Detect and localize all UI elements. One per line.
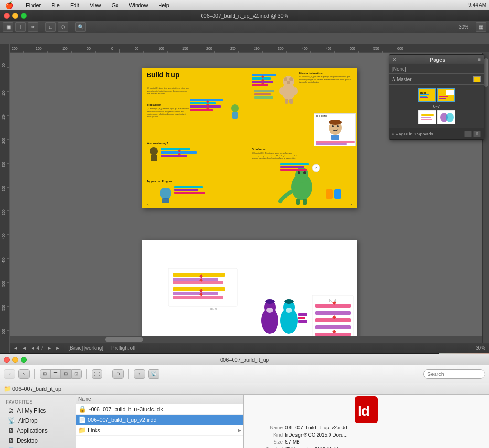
finder-titlebar: 006–007_build_it_up	[0, 354, 489, 365]
toolbar-btn-2[interactable]: T	[15, 22, 26, 32]
view-arrange-btn[interactable]: ⋮⋮	[92, 369, 102, 379]
master-swatch	[473, 76, 481, 82]
disclosure-arrow: ▶	[238, 428, 241, 433]
close-button[interactable]	[4, 13, 10, 19]
sidebar-item-desktop[interactable]: 🖥 Desktop	[2, 436, 74, 446]
page-nav-btn-last[interactable]: ►	[55, 345, 60, 351]
toolbar-btn-4[interactable]: □	[45, 22, 56, 32]
maximize-button[interactable]	[21, 13, 27, 19]
svg-text:100: 100	[2, 90, 5, 96]
sidebar-item-documents[interactable]: 📄 Documents	[2, 446, 74, 448]
svg-point-83	[289, 77, 293, 81]
toolbar-btn-1[interactable]: ▣	[3, 22, 13, 32]
toolbar-btn-5[interactable]: ⬡	[58, 22, 68, 32]
svg-text:500: 500	[2, 281, 5, 287]
menu-view[interactable]: View	[87, 1, 104, 9]
svg-text:100: 100	[62, 47, 68, 50]
sidebar-label-airdrop: AirDrop	[18, 417, 38, 424]
panel-a-master[interactable]: A-Master	[389, 75, 484, 83]
svg-text:350: 350	[278, 47, 284, 50]
page-nav-btn-first[interactable]: ◄	[13, 345, 18, 351]
svg-text:200: 200	[2, 138, 5, 144]
finder-minimize[interactable]	[12, 357, 18, 363]
sidebar-item-all-files[interactable]: 🗂 All My Files	[2, 406, 74, 416]
finder-back-btn[interactable]: ‹	[4, 369, 15, 379]
view-cover-btn[interactable]: ⊡	[71, 369, 82, 379]
scrollbar-thumb-horizontal[interactable]	[105, 337, 143, 342]
apple-menu[interactable]: 🍎	[3, 0, 16, 10]
svg-rect-160	[439, 96, 448, 97]
panel-delete-btn[interactable]: 🗑	[473, 131, 481, 137]
toolbar-btn-grid[interactable]: ▦	[476, 22, 486, 32]
pages-panel-close[interactable]: ✕	[392, 56, 397, 63]
indd-file-icon: 📄	[78, 416, 86, 423]
sidebar-item-applications[interactable]: 🖥 Applications	[2, 426, 74, 436]
menu-edit[interactable]: Edit	[68, 1, 82, 9]
menu-file[interactable]: File	[49, 1, 62, 9]
page-thumb-7[interactable]	[437, 88, 455, 102]
forward-chevron-icon: ›	[23, 371, 25, 377]
finder-close[interactable]	[4, 357, 10, 363]
pages-panel-menu[interactable]: ≡	[478, 57, 481, 62]
svg-text:[pg. n]: [pg. n]	[210, 307, 217, 310]
svg-text:450: 450	[326, 47, 331, 50]
scrollbar-thumb-vertical[interactable]	[484, 58, 488, 87]
file-icon-area: Id	[249, 398, 483, 421]
menu-window[interactable]: Window	[127, 1, 150, 9]
page-nav-btn-next[interactable]: ►	[47, 345, 52, 351]
finder-maximize[interactable]	[21, 357, 27, 363]
horizontal-scrollbar[interactable]	[10, 336, 482, 343]
svg-rect-165	[421, 119, 432, 120]
svg-text:150: 150	[182, 47, 188, 50]
info-kind-row: Kind InDesign® CC 2015.0 Docu...	[249, 432, 483, 438]
indesign-title: 006–007_build_it_up_v2.indd @ 30%	[201, 13, 288, 19]
share-btn[interactable]: ↑	[134, 369, 145, 379]
toolbar-btn-3[interactable]: ✏	[28, 22, 38, 32]
menu-finder[interactable]: Finder	[23, 1, 43, 9]
page-nav-btn-prev[interactable]: ◄	[22, 345, 27, 351]
toolbar-btn-zoom[interactable]: 🔍	[75, 22, 86, 32]
sidebar-item-airdrop[interactable]: 📡 AirDrop	[2, 416, 74, 426]
menu-go[interactable]: Go	[109, 1, 121, 9]
svg-point-137	[284, 299, 294, 304]
finder-search-input[interactable]	[423, 369, 485, 379]
minimize-button[interactable]	[12, 13, 18, 19]
svg-rect-96	[254, 90, 274, 92]
svg-rect-125	[173, 287, 225, 291]
indesign-toolbar: ▣ T ✏ □ ⬡ 🔍 30% ▦	[0, 21, 489, 33]
svg-rect-126	[173, 292, 218, 295]
back-chevron-icon: ‹	[9, 371, 11, 377]
file-row-indd[interactable]: 📄 006–007_build_it_up_v2.indd	[76, 415, 243, 425]
file-row-lock[interactable]: 🔒 ~006–007_build_it_u~3tucfc.idlk	[76, 404, 243, 415]
page-thumb-8[interactable]	[418, 110, 436, 124]
svg-rect-115	[280, 166, 304, 168]
zoom-status: 30%	[476, 345, 485, 351]
view-icon-btn[interactable]: ⊞	[40, 369, 50, 379]
page-thumb-6[interactable]: Build	[418, 88, 436, 102]
svg-point-100	[332, 125, 334, 127]
file-large-icon: Id	[355, 398, 378, 421]
view-column-btn[interactable]: ⊟	[61, 369, 71, 379]
svg-point-101	[337, 125, 339, 127]
spread-67-label: 6–7	[391, 104, 482, 109]
svg-text:600: 600	[2, 329, 5, 334]
svg-rect-59	[190, 99, 223, 101]
airdrop-btn[interactable]: 📡	[148, 369, 159, 379]
view-list-btn[interactable]: ☰	[50, 369, 61, 379]
menu-help[interactable]: Help	[156, 1, 171, 9]
svg-text:200: 200	[12, 47, 18, 50]
toolbar-sep-1	[34, 369, 35, 379]
action-btn[interactable]: ⚙	[112, 369, 124, 379]
sidebar-section-favorites: FAVORITES	[0, 397, 76, 406]
file-row-links[interactable]: 📁 Links ▶	[76, 425, 243, 436]
svg-text:0: 0	[111, 47, 113, 50]
svg-rect-88	[289, 99, 293, 104]
path-folder-item[interactable]: 📁 006–007_build_it_up	[4, 385, 61, 392]
panel-new-page-btn[interactable]: +	[464, 131, 472, 137]
svg-rect-98	[254, 96, 273, 99]
svg-rect-145	[315, 304, 351, 308]
finder-forward-btn[interactable]: ›	[18, 369, 30, 379]
svg-rect-97	[254, 93, 271, 95]
svg-rect-89	[252, 74, 276, 76]
page-thumb-9[interactable]	[437, 110, 455, 124]
